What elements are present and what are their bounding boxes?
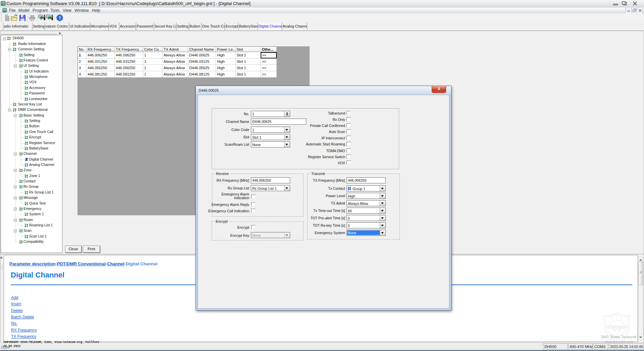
svg-text:?: ? [58,15,61,20]
